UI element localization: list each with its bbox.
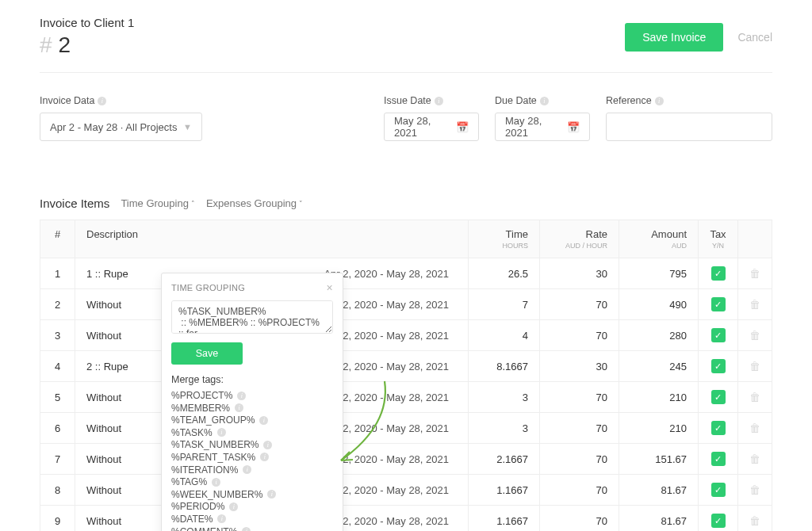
merge-tag-item[interactable]: %TAG%i <box>171 476 333 487</box>
info-icon: i <box>98 97 106 105</box>
due-date-input[interactable]: May 28, 2021 📅 <box>495 113 590 141</box>
table-row: 2Without2, 2020 - May 28, 2021770490✓🗑 <box>40 289 772 320</box>
row-time[interactable]: 26.5 <box>469 258 540 289</box>
invoice-to-line: Invoice to Client 1 <box>40 16 134 29</box>
reference-input[interactable] <box>606 113 772 141</box>
table-row: 9Without2, 2020 - May 28, 20211.16677081… <box>40 506 772 532</box>
row-rate[interactable]: 70 <box>540 413 619 444</box>
row-amount: 795 <box>619 258 699 289</box>
row-num: 6 <box>40 413 75 444</box>
merge-tag-item[interactable]: %TASK_NUMBER%i <box>171 439 333 450</box>
row-time[interactable]: 1.1667 <box>469 475 540 506</box>
row-tax[interactable]: ✓ <box>699 351 738 382</box>
save-invoice-button[interactable]: Save Invoice <box>625 23 723 52</box>
row-amount: 280 <box>619 320 699 351</box>
merge-tag-item[interactable]: %WEEK_NUMBER%i <box>171 489 333 500</box>
time-grouping-toggle[interactable]: Time Grouping ˄ <box>121 197 195 209</box>
merge-tag-item[interactable]: %ITERATION%i <box>171 464 333 476</box>
chevron-down-icon: ˅ <box>299 200 303 208</box>
row-time[interactable]: 2.1667 <box>469 444 540 475</box>
merge-tag-item[interactable]: %PERIOD%i <box>171 501 333 512</box>
merge-tag-item[interactable]: %MEMBER%i <box>171 403 333 414</box>
row-time[interactable]: 3 <box>469 382 540 413</box>
row-time[interactable]: 3 <box>469 413 540 444</box>
invoice-number[interactable]: 2 <box>59 32 71 58</box>
row-tax[interactable]: ✓ <box>699 413 738 444</box>
table-row: 7Without2, 2020 - May 28, 20212.16677015… <box>40 444 772 475</box>
row-amount: 81.67 <box>619 506 699 532</box>
row-num: 2 <box>40 289 75 320</box>
trash-icon: 🗑 <box>749 391 760 403</box>
row-tax[interactable]: ✓ <box>699 382 738 413</box>
reference-label: Reference <box>606 95 652 106</box>
row-time[interactable]: 7 <box>469 289 540 320</box>
merge-tag-item[interactable]: %COMMENT%i <box>171 526 333 531</box>
popover-save-button[interactable]: Save <box>171 342 243 365</box>
issue-date-value: May 28, 2021 <box>394 115 456 139</box>
row-delete[interactable]: 🗑 <box>738 351 772 382</box>
expenses-grouping-label: Expenses Grouping <box>206 197 297 209</box>
row-delete[interactable]: 🗑 <box>738 258 772 289</box>
info-icon: i <box>540 97 549 105</box>
col-time: TimeHOURS <box>469 220 540 258</box>
row-rate[interactable]: 70 <box>540 320 619 351</box>
row-amount: 151.67 <box>619 444 699 475</box>
row-tax[interactable]: ✓ <box>699 289 738 320</box>
row-time[interactable]: 8.1667 <box>469 351 540 382</box>
row-rate[interactable]: 70 <box>540 475 619 506</box>
row-tax[interactable]: ✓ <box>699 506 738 532</box>
row-tax[interactable]: ✓ <box>699 258 738 289</box>
close-icon[interactable]: × <box>327 281 333 294</box>
info-icon: i <box>259 416 268 425</box>
row-rate[interactable]: 30 <box>540 258 619 289</box>
row-amount: 245 <box>619 351 699 382</box>
row-num: 1 <box>40 258 75 289</box>
info-icon: i <box>229 502 238 511</box>
merge-tag-item[interactable]: %DATE%i <box>171 514 333 525</box>
row-rate[interactable]: 30 <box>540 351 619 382</box>
row-rate[interactable]: 70 <box>540 444 619 475</box>
row-delete[interactable]: 🗑 <box>738 475 772 506</box>
row-amount: 210 <box>619 413 699 444</box>
row-tax[interactable]: ✓ <box>699 475 738 506</box>
row-num: 4 <box>40 351 75 382</box>
info-icon: i <box>235 403 243 412</box>
row-rate[interactable]: 70 <box>540 382 619 413</box>
invoice-data-selector[interactable]: Apr 2 - May 28 · All Projects ▼ <box>40 113 202 141</box>
row-time[interactable]: 4 <box>469 320 540 351</box>
table-row: 6Without2, 2020 - May 28, 2021370210✓🗑 <box>40 413 772 444</box>
info-icon: i <box>435 97 443 105</box>
cancel-button[interactable]: Cancel <box>737 31 772 44</box>
row-delete[interactable]: 🗑 <box>738 413 772 444</box>
row-delete[interactable]: 🗑 <box>738 289 772 320</box>
issue-date-input[interactable]: May 28, 2021 📅 <box>384 113 479 141</box>
merge-tag-item[interactable]: %TEAM_GROUP%i <box>171 414 333 426</box>
row-rate[interactable]: 70 <box>540 506 619 532</box>
info-icon: i <box>243 465 251 474</box>
invoice-items-title: Invoice Items <box>40 197 109 210</box>
row-delete[interactable]: 🗑 <box>738 382 772 413</box>
trash-icon: 🗑 <box>749 422 760 434</box>
info-icon: i <box>212 478 220 487</box>
row-rate[interactable]: 70 <box>540 289 619 320</box>
expenses-grouping-toggle[interactable]: Expenses Grouping ˅ <box>206 197 303 209</box>
popover-title: TIME GROUPING <box>171 283 245 292</box>
row-amount: 490 <box>619 289 699 320</box>
trash-icon: 🗑 <box>749 360 760 372</box>
merge-tag-item[interactable]: %TASK%i <box>171 427 333 438</box>
merge-tag-item[interactable]: %PROJECT%i <box>171 390 333 401</box>
row-amount: 210 <box>619 382 699 413</box>
grouping-template-textarea[interactable] <box>171 300 333 334</box>
row-delete[interactable]: 🗑 <box>738 320 772 351</box>
row-num: 7 <box>40 444 75 475</box>
info-icon: i <box>263 441 272 449</box>
merge-tag-item[interactable]: %PARENT_TASK%i <box>171 452 333 463</box>
due-date-value: May 28, 2021 <box>505 115 567 139</box>
row-tax[interactable]: ✓ <box>699 444 738 475</box>
row-delete[interactable]: 🗑 <box>738 506 772 532</box>
row-time[interactable]: 1.1667 <box>469 506 540 532</box>
row-delete[interactable]: 🗑 <box>738 444 772 475</box>
row-tax[interactable]: ✓ <box>699 320 738 351</box>
row-num: 8 <box>40 475 75 506</box>
info-icon: i <box>267 490 276 499</box>
